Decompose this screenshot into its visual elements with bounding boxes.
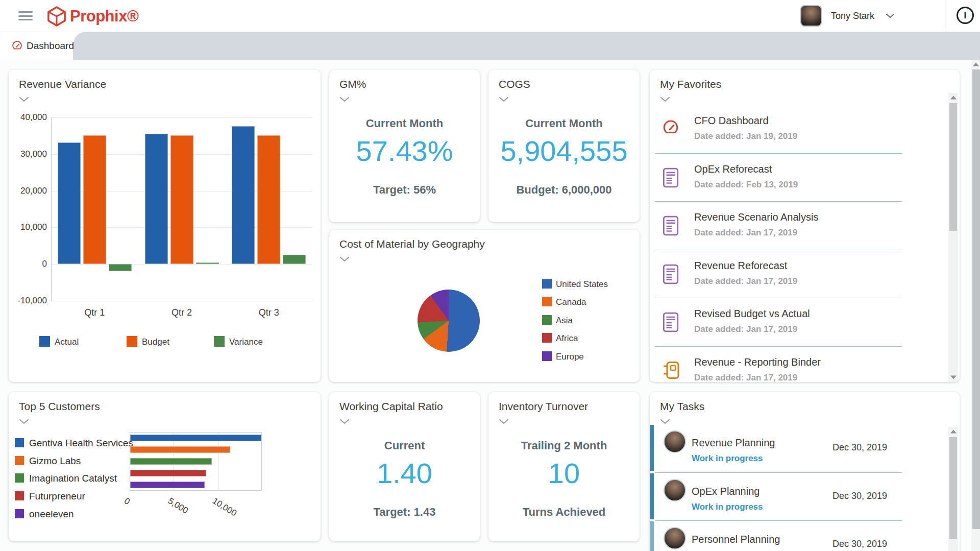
task-status-accent-bar xyxy=(650,473,654,519)
bar-budget xyxy=(83,135,106,264)
favorite-item[interactable]: Revenue - Reporting BinderDate added: Ja… xyxy=(650,346,946,382)
kpi-value: 10 xyxy=(488,457,640,490)
legend-label: Actual xyxy=(55,337,79,347)
task-item[interactable]: OpEx PlanningWork in progressDec 30, 201… xyxy=(650,472,946,520)
favorites-scrollbar[interactable] xyxy=(948,93,958,382)
y-axis-tick-label: 10,000 xyxy=(9,222,47,232)
scrollbar-thumb[interactable] xyxy=(949,437,957,539)
bar-budget xyxy=(257,135,280,264)
report-icon xyxy=(663,264,679,286)
favorite-name: Revenue - Reporting Binder xyxy=(694,356,821,368)
kpi-value: 5,904,555 xyxy=(488,134,640,167)
dashboard-gauge-icon xyxy=(663,119,679,138)
tab-dashboard-label: Dashboard xyxy=(27,32,74,60)
legend-swatch xyxy=(15,456,24,465)
report-icon xyxy=(663,215,679,238)
card-revenue-variance: Revenue Variance 40,00030,00020,00010,00… xyxy=(9,70,321,382)
bar-variance xyxy=(109,264,132,271)
task-status-accent-bar xyxy=(650,425,654,471)
gridline xyxy=(51,117,312,118)
scrollbar-thumb[interactable] xyxy=(949,103,957,231)
tasks-list: Revenue PlanningWork in progressDec 30, … xyxy=(650,392,960,551)
y-axis-tick-label: 40,000 xyxy=(9,112,47,123)
kpi-period-label: Trailing 2 Month xyxy=(488,439,640,452)
bar xyxy=(130,435,261,441)
user-avatar[interactable] xyxy=(800,5,822,27)
info-icon[interactable]: i xyxy=(957,7,974,24)
page-scrollbar[interactable] xyxy=(971,60,980,551)
menu-hamburger-icon[interactable] xyxy=(18,11,33,20)
favorite-item[interactable]: Revenue ReforecastDate added: Jan 17, 20… xyxy=(650,250,946,298)
task-item[interactable]: Personnel PlanningWork in progressDec 30… xyxy=(650,520,946,551)
scroll-down-arrow-icon[interactable] xyxy=(948,373,958,382)
x-axis-tick-label: 5,000 xyxy=(166,496,190,516)
chevron-down-icon[interactable] xyxy=(499,97,509,102)
prophix-logo[interactable]: Prophix® xyxy=(47,6,138,27)
task-item[interactable]: Revenue PlanningWork in progressDec 30, … xyxy=(650,424,946,472)
favorite-item[interactable]: CFO DashboardDate added: Jan 19, 2019 xyxy=(650,105,946,153)
task-status-link[interactable]: Work in progress xyxy=(692,502,763,512)
scroll-up-arrow-icon[interactable] xyxy=(948,427,958,436)
chevron-down-icon[interactable] xyxy=(339,419,350,424)
legend-label: Budget xyxy=(142,337,169,347)
task-status-link[interactable]: Work in progress xyxy=(692,453,763,464)
top-bar: Prophix® Tony Stark i xyxy=(0,0,980,32)
legend-label: oneeleven xyxy=(29,509,74,520)
brand-name: Prophix® xyxy=(70,7,138,26)
chevron-down-icon xyxy=(886,13,895,18)
favorite-name: OpEx Reforecast xyxy=(694,163,772,175)
x-axis-category-label: Qtr 2 xyxy=(138,307,226,318)
chevron-down-icon[interactable] xyxy=(499,419,509,424)
tab-strip: Dashboard xyxy=(0,32,980,60)
topbar-divider xyxy=(946,0,946,32)
legend-label: Variance xyxy=(229,337,263,347)
kpi-target-label: Target: 1.43 xyxy=(329,506,480,519)
legend-swatch xyxy=(15,509,24,518)
kpi-value: 1.40 xyxy=(329,457,480,490)
favorite-date-added: Date added: Jan 17, 2019 xyxy=(694,324,797,334)
legend-label: Africa xyxy=(556,333,578,344)
card-working-capital-ratio: Working Capital Ratio Current 1.40 Targe… xyxy=(329,392,480,541)
favorite-item[interactable]: OpEx ReforecastDate added: Feb 13, 2019 xyxy=(650,153,946,201)
x-axis-tick-label: 0 xyxy=(122,496,132,507)
prophix-dashboard: Prophix® Tony Stark i Dashboard Revenue … xyxy=(0,0,980,551)
bar-variance xyxy=(283,255,306,265)
x-axis-category-label: Qtr 1 xyxy=(51,307,138,318)
dashboard-gauge-icon xyxy=(12,40,22,51)
favorites-list: CFO DashboardDate added: Jan 19, 2019 Op… xyxy=(650,70,960,382)
card-title: COGS xyxy=(499,78,530,90)
legend-swatch xyxy=(15,491,24,500)
bar-variance xyxy=(196,262,219,265)
scroll-up-arrow-icon[interactable] xyxy=(948,93,958,102)
prophix-cube-icon xyxy=(47,6,66,27)
x-axis-category-label: Qtr 3 xyxy=(225,307,312,318)
legend-swatch xyxy=(39,336,50,347)
tasks-scrollbar[interactable] xyxy=(948,427,958,551)
task-due-date: Dec 30, 2019 xyxy=(832,539,887,549)
chevron-down-icon[interactable] xyxy=(339,97,350,102)
user-menu[interactable]: Tony Stark xyxy=(800,5,895,27)
tab-dashboard[interactable]: Dashboard xyxy=(0,32,73,60)
legend-swatch xyxy=(15,473,24,483)
card-gm-percent: GM% Current Month 57.43% Target: 56% xyxy=(329,70,480,222)
legend-swatch xyxy=(542,315,552,325)
scroll-up-arrow-icon[interactable] xyxy=(971,60,980,68)
task-name: Revenue Planning xyxy=(692,437,775,449)
card-top5-customers: Top 5 Customers 05,00010,000Gentiva Heal… xyxy=(9,392,321,541)
card-title: Working Capital Ratio xyxy=(339,400,443,413)
task-assignee-avatar xyxy=(664,430,686,453)
legend-swatch xyxy=(542,297,552,306)
scrollbar-thumb[interactable] xyxy=(972,69,980,529)
card-cost-of-material: Cost of Material by Geography United Sta… xyxy=(329,230,640,382)
task-due-date: Dec 30, 2019 xyxy=(832,442,887,453)
bar-budget xyxy=(170,135,193,264)
card-title: Inventory Turnover xyxy=(499,400,588,413)
task-due-date: Dec 30, 2019 xyxy=(832,491,887,501)
legend-swatch xyxy=(127,336,137,347)
favorite-name: Revenue Scenario Analysis xyxy=(694,211,818,223)
favorite-date-added: Date added: Jan 19, 2019 xyxy=(694,131,797,141)
favorite-item[interactable]: Revenue Scenario AnalysisDate added: Jan… xyxy=(650,201,946,249)
report-icon xyxy=(663,167,679,190)
favorite-item[interactable]: Revised Budget vs ActualDate added: Jan … xyxy=(650,298,946,346)
legend-label: United States xyxy=(556,279,608,290)
